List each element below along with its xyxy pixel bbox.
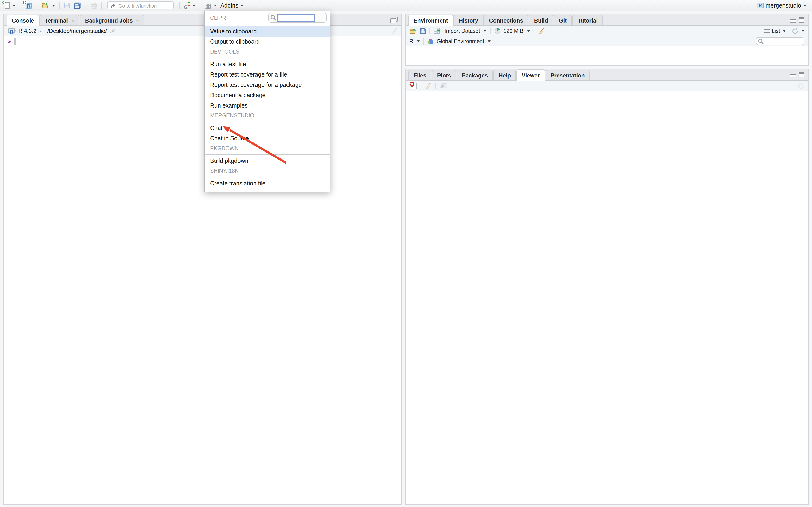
addins-section-mergenstudio: MERGENSTUDIO [205,111,330,121]
memory-usage-label[interactable]: 120 MiB [504,28,523,34]
clear-environment-broom-icon[interactable] [538,27,544,34]
search-icon [270,14,276,21]
toolbar-separator [534,27,534,34]
r-logo-icon: R [7,27,15,34]
goto-file-function-box[interactable] [107,1,174,9]
maximize-pane-icon[interactable] [799,17,805,22]
open-file-button[interactable] [40,1,56,9]
tab-presentation[interactable]: Presentation [545,70,590,80]
addins-label: Addins [220,2,238,9]
maximize-pane-icon[interactable] [391,17,398,23]
clear-console-broom-icon[interactable] [391,27,398,34]
tab-git[interactable]: Git [554,15,572,25]
toolbar-separator [420,82,421,89]
tab-packages[interactable]: Packages [457,70,493,80]
tab-label: Plots [437,72,451,78]
load-workspace-icon[interactable] [409,27,417,34]
save-all-button[interactable] [73,2,82,9]
tab-background-jobs[interactable]: Background Jobs × [80,15,144,25]
menu-item-document-a-package[interactable]: Document a package [205,90,330,101]
menu-item-chat-in-source[interactable]: Chat in Source [205,133,330,144]
print-button[interactable] [89,2,98,9]
memory-pie-icon [495,28,501,34]
tab-environment[interactable]: Environment [408,14,453,26]
addins-section-pkgdown: PKGDOWN [205,144,330,154]
new-project-button[interactable]: R [23,1,33,10]
save-button[interactable] [63,2,71,9]
environment-search-input[interactable] [765,38,803,44]
menu-item-build-pkgdown[interactable]: Build pkgdown [205,156,330,166]
refresh-icon[interactable] [792,27,799,34]
menu-item-report-test-coverage-file[interactable]: Report test coverage for a file [205,69,330,80]
menu-item-value-to-clipboard[interactable]: Value to clipboard [205,26,330,37]
tab-connections[interactable]: Connections [484,15,528,25]
tab-console[interactable]: Console [7,14,39,26]
menu-item-output-to-clipboard[interactable]: Output to clipboard [205,37,330,47]
chevron-down-icon [804,4,806,6]
clear-viewer-icon[interactable] [409,82,417,90]
minimize-pane-icon[interactable] [790,74,796,77]
maximize-pane-icon[interactable] [799,72,805,77]
chevron-down-icon [488,40,491,42]
tab-label: Packages [462,72,488,78]
svg-text:R: R [759,3,762,8]
workspace-panes-button[interactable] [203,2,217,9]
export-icon[interactable] [439,82,447,89]
environment-scope-bar: R Global Environment [406,36,808,47]
tab-history[interactable]: History [454,15,484,25]
files-tabstrip: Files Plots Packages Help Viewer Present… [406,69,808,81]
tab-label: Presentation [551,72,585,78]
menu-item-chat[interactable]: Chat [205,123,330,133]
search-icon [758,38,764,44]
addins-dropdown-menu: CLIPR Value to clipboard Output to clipb… [204,11,331,192]
tab-label: Files [413,72,426,78]
project-selector[interactable]: R mergenstudio [756,1,808,9]
menu-item-report-test-coverage-package[interactable]: Report test coverage for a package [205,80,330,90]
close-icon[interactable]: × [136,17,139,23]
viewer-content [406,91,808,504]
refresh-viewer-icon[interactable] [798,82,805,89]
tab-files[interactable]: Files [408,70,432,80]
tab-tutorial[interactable]: Tutorial [572,15,603,25]
minimize-pane-icon[interactable] [790,19,796,22]
print-icon [90,2,97,9]
list-view-icon [764,29,770,33]
goto-file-function-input[interactable] [117,2,169,9]
project-cube-icon: R [757,2,764,9]
environment-search-box[interactable] [756,37,805,45]
addins-search-box[interactable] [268,13,326,22]
r-version-text: R 4.3.2 [18,27,37,34]
save-all-icon [74,2,81,9]
chevron-down-icon [417,40,420,42]
console-tabstrip: Console Terminal × Background Jobs × [4,14,401,26]
menu-item-run-a-test-file[interactable]: Run a test file [205,59,330,69]
tab-plots[interactable]: Plots [432,70,456,80]
console-input-area[interactable]: > [4,36,401,504]
version-control-button[interactable]: +−G [183,1,196,10]
close-icon[interactable]: × [71,17,74,23]
language-selector-label[interactable]: R [409,38,413,44]
save-workspace-icon[interactable] [420,28,426,34]
menu-divider [205,155,330,155]
chevron-down-icon [783,30,786,32]
tab-terminal[interactable]: Terminal × [40,15,80,25]
new-file-button[interactable] [3,1,16,10]
environment-scope-label[interactable]: Global Environment [437,38,484,44]
toolbar-separator [59,2,60,9]
tab-help[interactable]: Help [493,70,516,80]
save-icon [64,2,70,8]
svg-text:R: R [10,29,14,34]
global-environment-icon [428,38,434,44]
tab-build[interactable]: Build [529,15,553,25]
addins-search-input[interactable] [277,14,315,22]
addins-button[interactable]: Addins [219,2,244,9]
import-dataset-label[interactable]: Import Dataset [445,28,480,34]
list-view-label[interactable]: List [772,28,780,34]
tab-label: Build [534,17,548,24]
clear-all-viewer-broom-icon[interactable] [425,82,432,89]
menu-item-create-translation-file[interactable]: Create translation file [205,178,330,189]
menu-item-run-examples[interactable]: Run examples [205,101,330,111]
tab-viewer[interactable]: Viewer [516,69,545,81]
chevron-down-icon [527,30,530,32]
tab-label: Help [499,72,511,78]
